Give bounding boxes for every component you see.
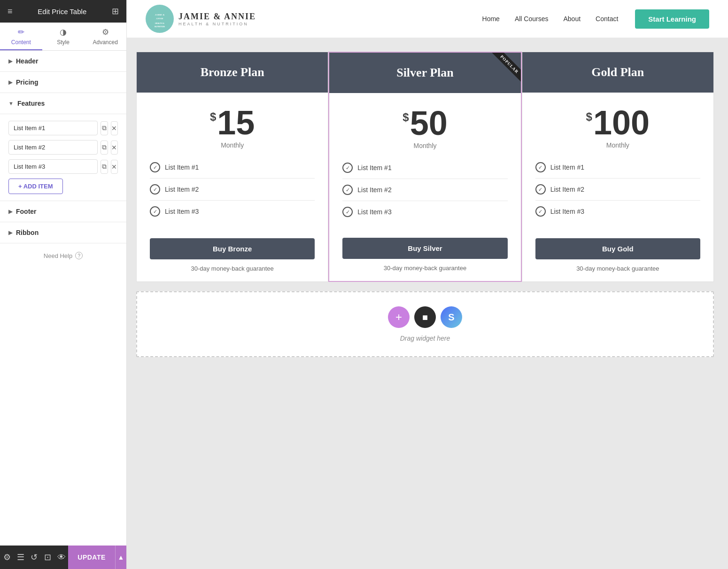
buy-bronze-button[interactable]: Buy Bronze xyxy=(150,238,315,259)
hamburger-icon[interactable]: ≡ xyxy=(8,7,13,16)
list-item-input-3[interactable] xyxy=(8,159,98,174)
need-help-label: Need Help xyxy=(44,252,72,259)
chevron-down-icon-features: ▼ xyxy=(8,101,14,106)
element-widget-icon[interactable]: ■ xyxy=(414,306,436,328)
check-icon: ✓ xyxy=(150,162,160,172)
card-header-gold: Gold Plan xyxy=(522,52,713,93)
drag-widget-area: + ■ S Drag widget here xyxy=(136,291,714,357)
card-footer-bronze: Buy Bronze 30-day money-back guarantee xyxy=(137,231,328,281)
feature-item: ✓ List Item #1 xyxy=(535,156,700,179)
navbar: JAMIE & ANNIE HEALTH & NUTRITION JAMIE &… xyxy=(127,0,728,38)
list-item-input-1[interactable] xyxy=(8,121,98,135)
add-item-button[interactable]: + ADD ITEM xyxy=(8,179,63,194)
svg-text:NUTRITION: NUTRITION xyxy=(155,25,165,28)
chevron-right-icon-ribbon: ▶ xyxy=(8,230,12,236)
card-price-silver: $ 50 Monthly xyxy=(329,93,520,153)
nav-about[interactable]: About xyxy=(563,15,581,23)
card-footer-silver: Buy Silver 30-day money-back guarantee xyxy=(329,230,520,281)
feature-label: List Item #2 xyxy=(165,186,199,193)
feature-item: ✓ List Item #2 xyxy=(535,179,700,201)
section-ribbon-label: Ribbon xyxy=(16,229,39,236)
responsive-icon[interactable]: ⊡ xyxy=(41,546,54,569)
section-header-footer[interactable]: ▶ Footer xyxy=(0,201,126,222)
section-header-header[interactable]: ▶ Header xyxy=(0,51,126,72)
list-item-row-2: ⧉ ✕ xyxy=(8,140,118,155)
feature-label: List Item #1 xyxy=(165,164,199,171)
preview-icon[interactable]: 👁 xyxy=(54,546,68,569)
list-item-input-2[interactable] xyxy=(8,140,98,155)
section-header-pricing[interactable]: ▶ Pricing xyxy=(0,72,126,93)
tab-style[interactable]: ◑ Style xyxy=(42,23,85,50)
card-price-gold: $ 100 Monthly xyxy=(522,93,713,153)
popular-ribbon: POPULAR xyxy=(488,53,521,82)
chevron-right-icon-footer: ▶ xyxy=(8,209,12,215)
panel-title: Edit Price Table xyxy=(38,8,86,16)
check-icon: ✓ xyxy=(535,184,546,195)
silver-dollar: $ xyxy=(403,111,409,124)
update-button[interactable]: UPDATE xyxy=(68,546,115,569)
chevron-right-icon: ▶ xyxy=(8,58,12,64)
settings-icon[interactable]: ⚙ xyxy=(0,546,14,569)
svg-text:HEALTH &: HEALTH & xyxy=(155,22,164,24)
tab-content[interactable]: ✏ Content xyxy=(0,23,42,50)
gear-icon: ⚙ xyxy=(102,27,109,37)
feature-label: List Item #2 xyxy=(357,186,391,194)
chevron-right-icon-pricing: ▶ xyxy=(8,79,12,86)
nav-links: Home All Courses About Contact xyxy=(482,15,619,23)
card-price-bronze: $ 15 Monthly xyxy=(137,93,328,153)
pricing-card-silver: Silver Plan POPULAR $ 50 Monthly ✓ List xyxy=(328,52,521,282)
tab-style-label: Style xyxy=(57,39,70,46)
silver-plan-title: Silver Plan xyxy=(396,66,454,79)
feature-item: ✓ List Item #1 xyxy=(150,156,315,179)
tab-advanced-label: Advanced xyxy=(93,39,117,46)
gold-period: Monthly xyxy=(532,141,704,149)
duplicate-button-2[interactable]: ⧉ xyxy=(101,140,108,155)
spacer xyxy=(136,357,714,395)
section-footer-label: Footer xyxy=(16,208,37,215)
section-header-features[interactable]: ▼ Features xyxy=(0,93,126,114)
add-widget-icon[interactable]: + xyxy=(388,306,410,328)
silver-guarantee: 30-day money-back guarantee xyxy=(384,265,466,272)
brand-subtitle: HEALTH & NUTRITION xyxy=(178,22,256,26)
section-header-ribbon[interactable]: ▶ Ribbon xyxy=(0,222,126,243)
feature-item: ✓ List Item #3 xyxy=(150,201,315,222)
nav-all-courses[interactable]: All Courses xyxy=(515,15,549,23)
layers-icon[interactable]: ☰ xyxy=(14,546,27,569)
buy-silver-button[interactable]: Buy Silver xyxy=(342,238,507,259)
brand-logo: JAMIE & ANNIE HEALTH & NUTRITION xyxy=(146,5,174,33)
plugin-widget-icon[interactable]: S xyxy=(441,306,462,328)
feature-label: List Item #1 xyxy=(357,164,391,171)
duplicate-button-3[interactable]: ⧉ xyxy=(101,160,108,174)
card-features-gold: ✓ List Item #1 ✓ List Item #2 ✓ List Ite… xyxy=(522,153,713,231)
nav-home[interactable]: Home xyxy=(482,15,500,23)
grid-icon[interactable]: ⊞ xyxy=(112,6,119,16)
history-icon[interactable]: ↺ xyxy=(27,546,41,569)
feature-label: List Item #3 xyxy=(550,208,584,215)
bronze-dollar: $ xyxy=(210,110,216,124)
feature-item: ✓ List Item #2 xyxy=(342,179,507,201)
nav-contact[interactable]: Contact xyxy=(596,15,618,23)
popular-label: POPULAR xyxy=(499,54,519,74)
list-item-row-3: ⧉ ✕ xyxy=(8,159,118,174)
delete-button-3[interactable]: ✕ xyxy=(111,160,118,174)
chevron-up-button[interactable]: ▲ xyxy=(115,546,126,569)
feature-label: List Item #2 xyxy=(550,186,584,193)
pricing-row: Bronze Plan $ 15 Monthly ✓ List Item #1 xyxy=(136,52,714,282)
card-features-silver: ✓ List Item #1 ✓ List Item #2 ✓ List Ite… xyxy=(329,153,520,230)
duplicate-button-1[interactable]: ⧉ xyxy=(101,121,108,135)
pricing-card-bronze: Bronze Plan $ 15 Monthly ✓ List Item #1 xyxy=(136,52,328,282)
start-learning-button[interactable]: Start Learning xyxy=(635,9,709,29)
need-help[interactable]: Need Help ? xyxy=(0,243,126,268)
delete-button-2[interactable]: ✕ xyxy=(111,140,118,155)
pricing-card-gold: Gold Plan $ 100 Monthly ✓ List Item #1 xyxy=(522,52,714,282)
delete-button-1[interactable]: ✕ xyxy=(111,121,118,135)
brand: JAMIE & ANNIE HEALTH & NUTRITION JAMIE &… xyxy=(146,5,256,33)
tab-advanced[interactable]: ⚙ Advanced xyxy=(84,23,126,50)
gold-guarantee: 30-day money-back guarantee xyxy=(576,265,659,272)
left-panel: ≡ Edit Price Table ⊞ ✏ Content ◑ Style ⚙… xyxy=(0,0,127,569)
check-icon: ✓ xyxy=(342,185,353,195)
top-bar: ≡ Edit Price Table ⊞ xyxy=(0,0,126,23)
buy-gold-button[interactable]: Buy Gold xyxy=(535,238,700,259)
section-pricing-label: Pricing xyxy=(16,78,38,86)
silver-period: Monthly xyxy=(339,142,511,149)
